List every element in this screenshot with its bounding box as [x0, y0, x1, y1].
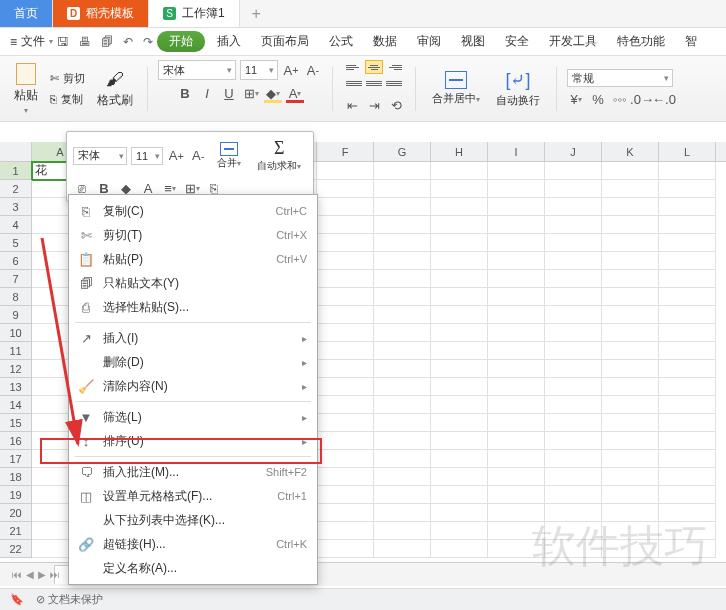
cell-J7[interactable] — [545, 270, 602, 288]
cell-I17[interactable] — [488, 450, 545, 468]
cell-K18[interactable] — [602, 468, 659, 486]
cell-K17[interactable] — [602, 450, 659, 468]
comma-button[interactable]: ◦◦◦ — [611, 90, 629, 108]
row-header-3[interactable]: 3 — [0, 198, 32, 216]
cell-F19[interactable] — [317, 486, 374, 504]
mini-grow-font[interactable]: A+ — [167, 147, 185, 165]
cell-G1[interactable] — [374, 162, 431, 180]
row-header-8[interactable]: 8 — [0, 288, 32, 306]
row-header-6[interactable]: 6 — [0, 252, 32, 270]
cell-G14[interactable] — [374, 396, 431, 414]
mini-merge-button[interactable]: 合并▾ — [211, 140, 247, 172]
cell-L14[interactable] — [659, 396, 716, 414]
cell-K14[interactable] — [602, 396, 659, 414]
ctx-超链接H[interactable]: 🔗超链接(H)...Ctrl+K — [69, 532, 317, 556]
ctx-删除D[interactable]: 删除(D)▸ — [69, 350, 317, 374]
cell-G2[interactable] — [374, 180, 431, 198]
cell-K4[interactable] — [602, 216, 659, 234]
cell-K12[interactable] — [602, 360, 659, 378]
mini-shrink-font[interactable]: A- — [189, 147, 207, 165]
cell-F8[interactable] — [317, 288, 374, 306]
cell-H20[interactable] — [431, 504, 488, 522]
cell-J2[interactable] — [545, 180, 602, 198]
cell-K19[interactable] — [602, 486, 659, 504]
cell-J9[interactable] — [545, 306, 602, 324]
cell-J18[interactable] — [545, 468, 602, 486]
cell-F6[interactable] — [317, 252, 374, 270]
cell-J15[interactable] — [545, 414, 602, 432]
cell-I8[interactable] — [488, 288, 545, 306]
cell-F11[interactable] — [317, 342, 374, 360]
format-painter-button[interactable]: 🖌 格式刷 — [93, 65, 137, 113]
select-all-corner[interactable] — [0, 142, 32, 161]
cell-G8[interactable] — [374, 288, 431, 306]
cell-I19[interactable] — [488, 486, 545, 504]
cell-K21[interactable] — [602, 522, 659, 540]
cell-I1[interactable] — [488, 162, 545, 180]
cell-G12[interactable] — [374, 360, 431, 378]
cell-I3[interactable] — [488, 198, 545, 216]
cell-G4[interactable] — [374, 216, 431, 234]
cell-G17[interactable] — [374, 450, 431, 468]
copy-button[interactable]: ⎘复制 — [46, 90, 89, 109]
number-format-select[interactable]: 常规 — [567, 69, 673, 87]
menu-insert[interactable]: 插入 — [209, 29, 249, 54]
cell-F16[interactable] — [317, 432, 374, 450]
cell-H18[interactable] — [431, 468, 488, 486]
sheet-nav-last[interactable]: ⏭ — [50, 569, 60, 580]
print-icon[interactable]: 🖶 — [79, 35, 91, 49]
cell-F5[interactable] — [317, 234, 374, 252]
menu-dev[interactable]: 开发工具 — [541, 29, 605, 54]
cell-I9[interactable] — [488, 306, 545, 324]
ctx-排序U[interactable]: ↕排序(U)▸ — [69, 429, 317, 453]
cell-G6[interactable] — [374, 252, 431, 270]
cell-K10[interactable] — [602, 324, 659, 342]
ctx-选择性粘贴S[interactable]: ⎙选择性粘贴(S)... — [69, 295, 317, 319]
row-header-19[interactable]: 19 — [0, 486, 32, 504]
cell-I14[interactable] — [488, 396, 545, 414]
align-mid-center[interactable] — [365, 76, 383, 90]
menu-formula[interactable]: 公式 — [321, 29, 361, 54]
row-header-10[interactable]: 10 — [0, 324, 32, 342]
sheet-nav-next[interactable]: ▶ — [38, 569, 46, 580]
row-header-11[interactable]: 11 — [0, 342, 32, 360]
cell-F17[interactable] — [317, 450, 374, 468]
cell-H11[interactable] — [431, 342, 488, 360]
ctx-清除内容N[interactable]: 🧹清除内容(N)▸ — [69, 374, 317, 398]
cell-F4[interactable] — [317, 216, 374, 234]
row-header-16[interactable]: 16 — [0, 432, 32, 450]
row-header-14[interactable]: 14 — [0, 396, 32, 414]
row-header-18[interactable]: 18 — [0, 468, 32, 486]
cell-K5[interactable] — [602, 234, 659, 252]
undo-icon[interactable]: ↶ — [123, 35, 133, 49]
ctx-设置单元格格[interactable]: ◫设置单元格格式(F)...Ctrl+1 — [69, 484, 317, 508]
cell-L11[interactable] — [659, 342, 716, 360]
cell-F20[interactable] — [317, 504, 374, 522]
cell-L2[interactable] — [659, 180, 716, 198]
font-color-button[interactable]: A▾ — [286, 84, 304, 102]
align-top-right[interactable] — [385, 60, 403, 74]
cell-I11[interactable] — [488, 342, 545, 360]
mini-size-select[interactable]: 11 — [131, 147, 163, 165]
cell-L5[interactable] — [659, 234, 716, 252]
cell-I2[interactable] — [488, 180, 545, 198]
ctx-粘贴P[interactable]: 📋粘贴(P)Ctrl+V — [69, 247, 317, 271]
row-header-17[interactable]: 17 — [0, 450, 32, 468]
cell-L6[interactable] — [659, 252, 716, 270]
cell-H15[interactable] — [431, 414, 488, 432]
cell-G5[interactable] — [374, 234, 431, 252]
row-header-2[interactable]: 2 — [0, 180, 32, 198]
cell-F22[interactable] — [317, 540, 374, 558]
menu-layout[interactable]: 页面布局 — [253, 29, 317, 54]
cell-I21[interactable] — [488, 522, 545, 540]
bold-button[interactable]: B — [176, 84, 194, 102]
align-mid-left[interactable] — [345, 76, 363, 90]
cell-H12[interactable] — [431, 360, 488, 378]
row-header-20[interactable]: 20 — [0, 504, 32, 522]
cell-K15[interactable] — [602, 414, 659, 432]
cell-H16[interactable] — [431, 432, 488, 450]
cell-H8[interactable] — [431, 288, 488, 306]
row-header-21[interactable]: 21 — [0, 522, 32, 540]
cell-K3[interactable] — [602, 198, 659, 216]
cell-H2[interactable] — [431, 180, 488, 198]
